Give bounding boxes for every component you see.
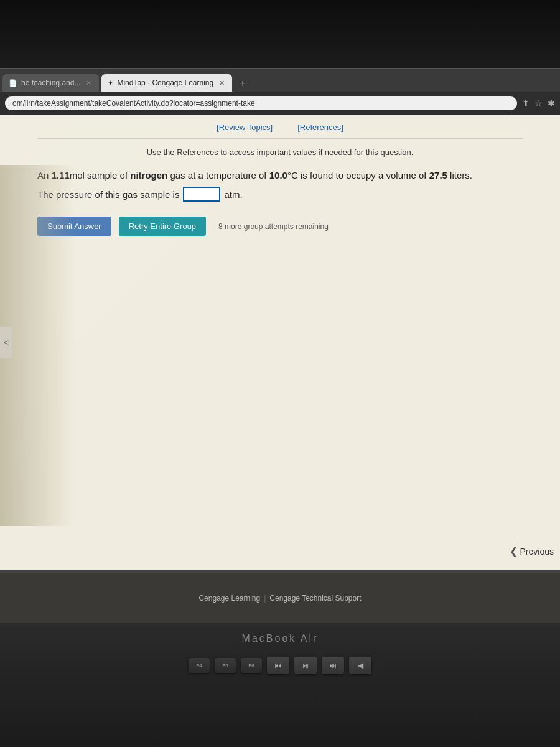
keyboard: F4 F5 F6 ⏮ ⏯ ⏭ ◀: [189, 657, 371, 674]
footer-separator: |: [264, 594, 266, 603]
question-area: [Review Topics] [References] Use the Ref…: [12, 115, 548, 248]
rewind-icon: ⏮: [274, 661, 282, 670]
tab-bar: 📄 he teaching and... ✕ ✦ MindTap - Cenga…: [0, 69, 560, 92]
temp-value: 10.0: [269, 170, 287, 181]
pressure-input-line: The pressure of this gas sample is atm.: [37, 187, 523, 202]
key-play-pause[interactable]: ⏯: [294, 657, 317, 674]
mol-value: 1.11: [52, 170, 70, 181]
tab2-label: MindTap - Cengage Learning: [117, 78, 213, 87]
footer-links: Cengage Learning | Cengage Technical Sup…: [198, 594, 361, 603]
tab1-label: he teaching and...: [21, 78, 80, 87]
extensions-icon[interactable]: ✱: [548, 98, 555, 108]
address-icons: ⬆ ☆ ✱: [522, 98, 555, 108]
cengage-support-link[interactable]: Cengage Technical Support: [269, 594, 361, 603]
question-part1: An: [37, 170, 52, 181]
pressure-unit: atm.: [224, 189, 242, 200]
review-topics-link[interactable]: [Review Topics]: [217, 123, 273, 132]
tab1-favicon: 📄: [9, 79, 17, 87]
top-links-bar: [Review Topics] [References]: [37, 115, 523, 139]
key-f4[interactable]: F4: [189, 658, 210, 673]
arrow-icon: ◀: [358, 661, 363, 670]
buttons-area: Submit Answer Retry Entire Group 8 more …: [37, 217, 523, 236]
key-f5[interactable]: F5: [215, 658, 236, 673]
mol-unit: mol sample of: [70, 170, 131, 181]
address-bar: ⬆ ☆ ✱: [0, 92, 560, 115]
share-icon[interactable]: ⬆: [522, 98, 530, 108]
new-tab-button[interactable]: +: [235, 75, 251, 92]
tab2-favicon: ✦: [108, 79, 113, 87]
collapse-sidebar-button[interactable]: <: [0, 327, 12, 358]
submit-answer-button[interactable]: Submit Answer: [37, 217, 111, 236]
volume-value: 27.5: [429, 170, 447, 181]
reference-notice: Use the References to access important v…: [37, 148, 523, 157]
key-f5-label: F5: [222, 663, 228, 669]
footer-area: Cengage Learning | Cengage Technical Sup…: [0, 573, 560, 623]
tab-teaching[interactable]: 📄 he teaching and... ✕: [2, 74, 99, 92]
question-part2: gas at a temperature of: [167, 170, 269, 181]
previous-label: Previous: [520, 547, 554, 557]
browser-content: < [Review Topics] [References] Use the R…: [0, 115, 560, 570]
browser-chrome: 📄 he teaching and... ✕ ✦ MindTap - Cenga…: [0, 68, 560, 115]
retry-entire-group-button[interactable]: Retry Entire Group: [119, 217, 206, 236]
attempts-remaining-text: 8 more group attempts remaining: [218, 222, 329, 231]
key-rewind[interactable]: ⏮: [267, 657, 289, 674]
volume-unit: liters.: [447, 170, 472, 181]
pressure-label: The pressure of this gas sample is: [37, 189, 179, 200]
cengage-learning-link[interactable]: Cengage Learning: [198, 594, 260, 603]
key-f6[interactable]: F6: [241, 658, 262, 673]
address-input[interactable]: [5, 96, 517, 110]
chevron-left-icon: <: [4, 337, 9, 347]
question-text: An 1.11mol sample of nitrogen gas at a t…: [37, 168, 523, 183]
key-f6-label: F6: [248, 663, 254, 669]
temp-unit: °C is found to occupy a volume of: [287, 170, 429, 181]
references-link[interactable]: [References]: [297, 123, 343, 132]
key-f4-label: F4: [196, 663, 202, 669]
tab2-close[interactable]: ✕: [217, 78, 226, 87]
bookmark-icon[interactable]: ☆: [534, 98, 543, 108]
key-fast-forward[interactable]: ⏭: [322, 657, 344, 674]
substance-name: nitrogen: [130, 170, 167, 181]
laptop-top-bezel: [0, 0, 560, 68]
pressure-answer-input[interactable]: [183, 187, 220, 202]
tab-mindtap[interactable]: ✦ MindTap - Cengage Learning ✕: [101, 74, 232, 92]
play-pause-icon: ⏯: [302, 661, 309, 670]
key-arrow[interactable]: ◀: [349, 657, 371, 674]
macbook-brand-label: MacBook Air: [242, 633, 319, 644]
laptop-keyboard-area: MacBook Air F4 F5 F6 ⏮ ⏯ ⏭ ◀: [0, 623, 560, 747]
fast-forward-icon: ⏭: [329, 661, 337, 670]
tab1-close[interactable]: ✕: [84, 78, 93, 87]
previous-button[interactable]: ❮ Previous: [510, 545, 554, 557]
previous-chevron-icon: ❮: [510, 545, 518, 557]
